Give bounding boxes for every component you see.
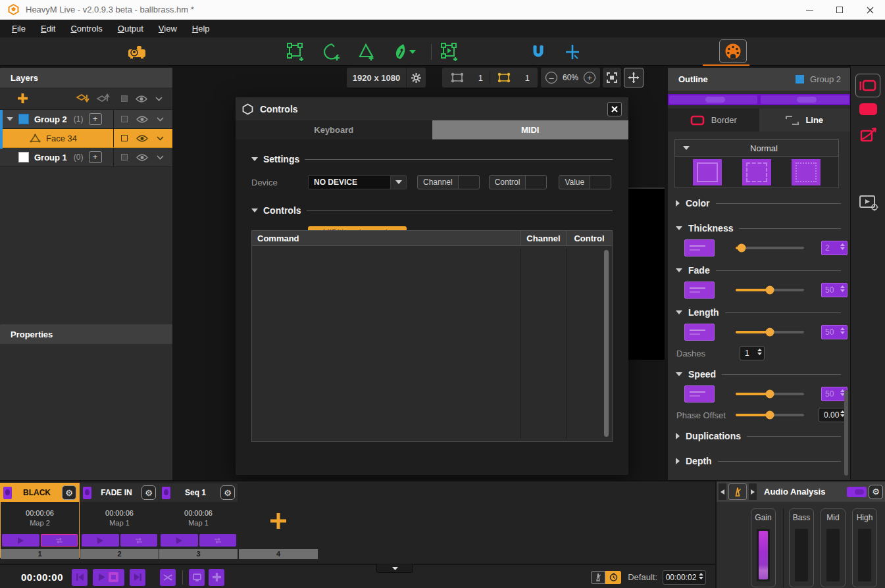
value-field[interactable]: Value <box>559 175 611 189</box>
add-quad-tool[interactable] <box>286 41 307 62</box>
effect-strength-bar[interactable] <box>668 94 850 105</box>
menu-controls[interactable]: Controls <box>64 20 109 37</box>
meter-high[interactable]: High <box>852 508 877 587</box>
fill-mode-button[interactable] <box>859 103 877 115</box>
add-sequence-button[interactable] <box>269 512 288 530</box>
add-shape-to-group-button[interactable]: + <box>89 151 102 163</box>
fade-value-box[interactable]: 50 <box>821 283 847 297</box>
sequence-number[interactable]: 4 <box>239 549 318 559</box>
sequence-loop-button[interactable] <box>41 534 78 547</box>
zoom-out-button[interactable]: – <box>545 72 557 84</box>
pen-tool-dropdown-icon[interactable] <box>407 41 418 62</box>
move-layer-up-icon[interactable] <box>96 93 110 104</box>
maximize-button[interactable] <box>824 0 855 20</box>
settings-section-header[interactable]: Settings <box>251 154 613 164</box>
group-color-swatch[interactable] <box>18 152 29 162</box>
visibility-all-icon[interactable] <box>136 95 147 103</box>
sequence-name[interactable]: FADE IN <box>94 488 139 497</box>
speed-slider[interactable] <box>736 393 804 395</box>
thickness-section-header[interactable]: Thickness <box>668 223 850 233</box>
solo-checkbox[interactable] <box>121 154 128 160</box>
menu-help[interactable]: Help <box>186 20 216 37</box>
magnet-icon[interactable] <box>528 41 549 62</box>
menu-edit[interactable]: Edit <box>34 20 62 37</box>
layer-name[interactable]: Group 2 <box>34 114 67 124</box>
visibility-icon[interactable] <box>136 134 148 143</box>
add-point-icon[interactable] <box>562 41 583 62</box>
sequence-loop-button[interactable] <box>120 534 158 547</box>
device-select[interactable]: NO DEVICE <box>308 175 407 189</box>
style-preview-3[interactable] <box>792 159 821 185</box>
column-header-command[interactable]: Command <box>252 231 521 245</box>
shuffle-button[interactable] <box>160 569 176 586</box>
audio-analysis-toggle[interactable] <box>847 487 867 497</box>
meter-gain[interactable]: Gain <box>751 508 776 587</box>
fade-slider[interactable] <box>736 289 804 291</box>
sequence-block-fadein[interactable]: FADE IN ⚙ 00:00:06 Map 1 2 <box>80 483 159 557</box>
table-scrollbar[interactable] <box>604 250 609 437</box>
timeline-collapse-handle[interactable] <box>376 564 413 573</box>
style-preview-1[interactable] <box>693 159 722 185</box>
length-slider[interactable] <box>736 331 804 333</box>
phase-offset-slider[interactable] <box>736 414 804 416</box>
line-style-dropdown[interactable]: Normal <box>674 139 839 157</box>
speed-effect-swatch[interactable] <box>684 385 715 403</box>
menu-file[interactable]: File <box>5 20 32 37</box>
metronome-button[interactable] <box>728 483 747 500</box>
control-field-input[interactable] <box>525 176 546 189</box>
channel-field-input[interactable] <box>458 176 479 189</box>
tab-keyboard[interactable]: Keyboard <box>236 120 432 139</box>
group-color-swatch[interactable] <box>18 114 29 124</box>
outline-mode-button[interactable] <box>855 74 880 97</box>
duplications-section-header[interactable]: Duplications <box>668 431 850 441</box>
thickness-slider[interactable] <box>736 247 804 249</box>
controls-dialog-header[interactable]: Controls <box>236 97 628 120</box>
chevron-down-icon[interactable] <box>390 176 406 189</box>
chevron-down-icon[interactable] <box>157 136 164 141</box>
midi-panel-button[interactable] <box>719 39 747 63</box>
depth-section-header[interactable]: Depth <box>668 456 850 466</box>
solo-checkbox[interactable] <box>121 135 128 141</box>
player-settings-button[interactable] <box>859 194 878 211</box>
panel-prev-arrow[interactable] <box>719 483 726 500</box>
sequence-settings-gear-icon[interactable]: ⚙ <box>141 485 156 500</box>
resolution-control[interactable]: 1920 x 1080 <box>347 68 426 87</box>
sequence-block-seq1[interactable]: Seq 1 ⚙ 00:00:06 Map 1 3 <box>159 483 238 557</box>
sequence-name[interactable]: Seq 1 <box>173 488 218 497</box>
sequence-play-button[interactable] <box>2 534 39 547</box>
sequence-play-button[interactable] <box>82 534 119 547</box>
audio-settings-gear-icon[interactable]: ⚙ <box>869 485 883 499</box>
value-field-input[interactable] <box>590 176 611 189</box>
phase-offset-spinner[interactable]: 0.00 <box>819 408 847 422</box>
add-output-button[interactable] <box>209 569 224 586</box>
collapse-all-icon[interactable] <box>155 97 163 101</box>
effects-mode-button[interactable] <box>859 127 878 144</box>
visibility-icon[interactable] <box>136 115 148 124</box>
control-field[interactable]: Control <box>489 175 547 189</box>
meter-mid[interactable]: Mid <box>821 508 846 587</box>
zoom-in-button[interactable]: + <box>584 72 595 84</box>
fade-effect-swatch[interactable] <box>684 282 715 299</box>
bpm-mode-button[interactable] <box>591 571 605 584</box>
default-duration-spinner[interactable]: 00:00:02 <box>663 570 706 585</box>
tab-line[interactable]: Line <box>759 109 851 132</box>
dashes-spinner[interactable]: 1 <box>740 346 765 360</box>
sequence-play-button[interactable] <box>161 534 198 547</box>
length-section-header[interactable]: Length <box>668 307 850 318</box>
sequence-slot-empty[interactable]: 4 <box>239 483 318 557</box>
sequence-name[interactable]: BLACK <box>14 488 59 497</box>
time-mode-button[interactable] <box>605 571 621 584</box>
sequence-settings-gear-icon[interactable]: ⚙ <box>220 485 235 500</box>
sequence-number[interactable]: 1 <box>1 549 79 559</box>
projector-icon[interactable] <box>126 41 147 62</box>
thickness-value-box[interactable]: 2 <box>821 241 847 255</box>
add-shape-to-group-button[interactable]: + <box>89 113 102 125</box>
fade-section-header[interactable]: Fade <box>668 265 850 276</box>
expand-icon[interactable] <box>7 117 13 121</box>
layer-row-group2[interactable]: Group 2 (1) + <box>0 110 172 129</box>
sequence-number[interactable]: 3 <box>159 549 238 559</box>
color-section-header[interactable]: Color <box>668 198 850 208</box>
layer-name[interactable]: Face 34 <box>46 134 77 143</box>
layer-row-face34[interactable]: Face 34 <box>0 129 172 148</box>
speed-value-box[interactable]: 50 <box>821 387 847 401</box>
